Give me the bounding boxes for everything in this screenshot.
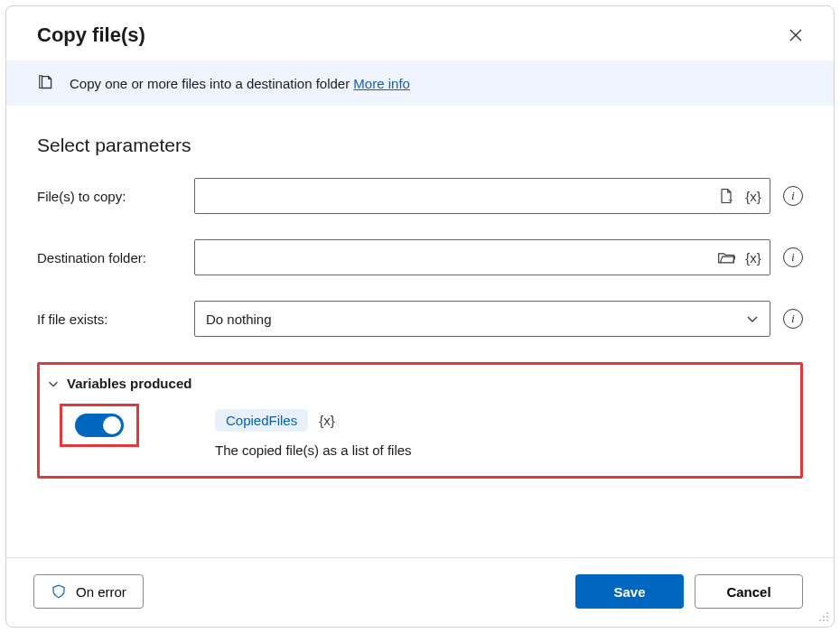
files-help-icon[interactable]: i — [783, 186, 803, 206]
destination-input[interactable] — [194, 239, 770, 275]
info-bar: Copy one or more files into a destinatio… — [6, 61, 834, 106]
copy-files-dialog: Copy file(s) Copy one or more files into… — [5, 5, 835, 628]
info-text: Copy one or more files into a destinatio… — [70, 76, 350, 91]
info-bar-text: Copy one or more files into a destinatio… — [70, 76, 410, 91]
select-folder-icon[interactable] — [716, 247, 736, 267]
close-icon — [789, 28, 803, 42]
select-file-icon[interactable] — [716, 186, 736, 206]
insert-variable-icon[interactable]: {x} — [743, 186, 763, 206]
footer-right-buttons: Save Cancel — [575, 574, 803, 609]
variables-content: CopiedFiles {x} The copied file(s) as a … — [47, 404, 784, 458]
destination-help-icon[interactable]: i — [783, 247, 803, 267]
files-field-wrap: {x} — [194, 178, 770, 214]
save-button[interactable]: Save — [575, 574, 684, 609]
row-files-to-copy: File(s) to copy: {x} i — [37, 178, 803, 214]
close-button[interactable] — [783, 23, 808, 48]
variable-name-row: CopiedFiles {x} — [215, 409, 412, 432]
dialog-body: Select parameters File(s) to copy: {x} i — [6, 106, 834, 557]
chevron-down-icon — [47, 377, 60, 390]
variables-produced-highlight: Variables produced CopiedFiles {x} The c… — [37, 362, 803, 479]
more-info-link[interactable]: More info — [353, 76, 410, 91]
if-exists-value: Do nothing — [206, 312, 272, 327]
variable-description: The copied file(s) as a list of files — [215, 442, 412, 458]
variable-enabled-toggle[interactable] — [75, 414, 124, 437]
toggle-knob — [103, 416, 121, 434]
shield-icon — [51, 583, 67, 600]
if-exists-help-icon[interactable]: i — [783, 309, 803, 329]
variable-name-badge[interactable]: CopiedFiles — [215, 409, 308, 432]
dialog-footer: On error Save Cancel — [6, 557, 834, 627]
copy-files-icon — [37, 73, 57, 93]
dialog-title: Copy file(s) — [37, 23, 145, 47]
variable-toggle-highlight — [60, 404, 139, 447]
parameters-heading: Select parameters — [37, 135, 803, 156]
cancel-button[interactable]: Cancel — [695, 574, 803, 609]
row-if-exists: If file exists: Do nothing i — [37, 301, 803, 337]
files-label: File(s) to copy: — [37, 189, 182, 204]
insert-variable-icon[interactable]: {x} — [743, 247, 763, 267]
on-error-button[interactable]: On error — [33, 574, 144, 609]
destination-field-wrap: {x} — [194, 239, 770, 275]
row-destination: Destination folder: {x} i — [37, 239, 803, 275]
dialog-header: Copy file(s) — [6, 6, 834, 61]
destination-label: Destination folder: — [37, 250, 182, 265]
if-exists-label: If file exists: — [37, 312, 182, 327]
if-exists-field-wrap: Do nothing — [194, 301, 770, 337]
variables-produced-toggle[interactable]: Variables produced — [47, 376, 784, 391]
files-input[interactable] — [194, 178, 770, 214]
variable-info: CopiedFiles {x} The copied file(s) as a … — [215, 404, 412, 458]
if-exists-select[interactable]: Do nothing — [194, 301, 770, 337]
variable-token-icon: {x} — [319, 413, 335, 428]
on-error-label: On error — [76, 584, 126, 600]
variables-heading: Variables produced — [67, 376, 191, 391]
